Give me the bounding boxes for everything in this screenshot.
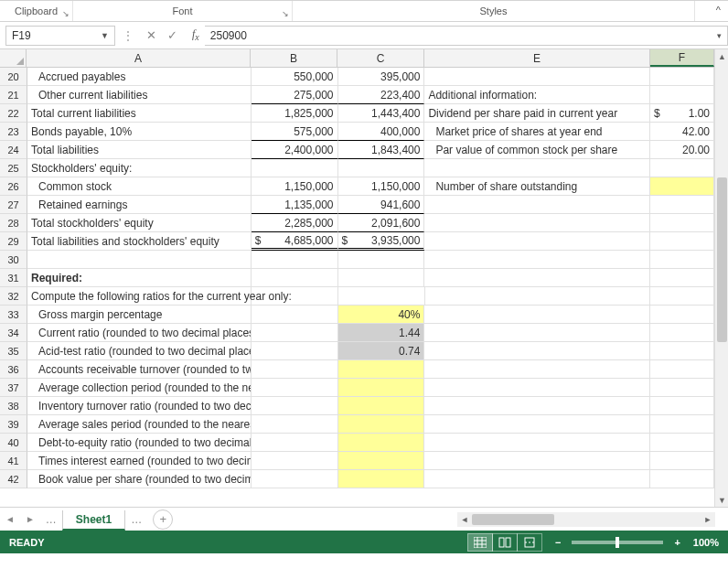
cell[interactable]: Average sales period (rounded to the nea… [27, 415, 252, 434]
cell[interactable]: Accrued payables [27, 68, 252, 86]
col-header-C[interactable]: C [337, 49, 424, 67]
cell[interactable]: Retained earnings [27, 196, 252, 214]
view-normal-button[interactable] [467, 533, 493, 552]
row-header[interactable]: 28 [0, 214, 27, 232]
chevron-down-icon[interactable]: ▼ [101, 31, 109, 40]
cell[interactable]: 550,000 [252, 68, 338, 86]
cell[interactable] [338, 434, 425, 452]
cell[interactable]: 42.00 [650, 123, 714, 141]
cell[interactable]: 1,135,000 [252, 196, 338, 214]
zoom-out-button[interactable]: − [551, 537, 564, 548]
tab-nav-prev-icon[interactable]: ◄ [0, 514, 20, 524]
cell[interactable] [338, 452, 425, 470]
cell[interactable] [650, 434, 714, 452]
cell[interactable]: Dividend per share paid in current year [424, 104, 650, 123]
cell[interactable] [338, 470, 425, 488]
cell[interactable]: 400,000 [338, 123, 425, 141]
col-header-F[interactable]: F [650, 49, 714, 67]
cell[interactable] [424, 251, 650, 269]
name-box-splitter[interactable]: ⋮ [123, 29, 134, 42]
cell[interactable] [252, 434, 338, 452]
cell[interactable] [650, 415, 714, 434]
cell[interactable] [252, 360, 338, 379]
row-header[interactable]: 27 [0, 196, 27, 214]
cell[interactable] [650, 86, 714, 104]
cell[interactable] [650, 397, 714, 415]
cell[interactable]: Other current liabilities [27, 86, 252, 104]
cell[interactable]: 2,400,000 [252, 141, 338, 159]
cancel-formula-icon[interactable]: ✕ [146, 28, 156, 42]
cell[interactable]: Par value of common stock per share [424, 141, 650, 159]
dialog-launcher-icon[interactable]: ↘ [62, 9, 70, 18]
cell[interactable] [424, 415, 650, 434]
row-header[interactable]: 23 [0, 123, 27, 141]
cell[interactable] [424, 452, 650, 470]
row-header[interactable]: 33 [0, 306, 27, 324]
cell[interactable]: 1,443,400 [338, 104, 425, 123]
cell[interactable] [338, 251, 425, 269]
row-header[interactable]: 26 [0, 177, 27, 196]
sheet-tab-active[interactable]: Sheet1 [62, 510, 125, 531]
cell[interactable] [650, 470, 714, 488]
zoom-level[interactable]: 100% [693, 537, 719, 548]
cell[interactable]: Total stockholders' equity [27, 214, 252, 232]
cell[interactable] [338, 360, 425, 379]
cell[interactable] [650, 287, 714, 306]
cell[interactable]: 1,150,000 [252, 177, 338, 196]
cell[interactable] [650, 324, 714, 342]
cell[interactable]: $1.00 [650, 104, 714, 123]
cell[interactable] [338, 159, 425, 177]
row-header[interactable]: 21 [0, 86, 27, 104]
cell[interactable] [338, 397, 425, 415]
cell[interactable]: Bonds payable, 10% [27, 123, 252, 141]
cell[interactable] [338, 287, 425, 306]
zoom-slider[interactable] [572, 541, 663, 544]
cell[interactable] [424, 306, 650, 324]
cell[interactable]: Gross margin percentage [27, 306, 252, 324]
cell[interactable]: Additional information: [424, 86, 650, 104]
cell[interactable] [252, 342, 338, 360]
row-header[interactable]: 37 [0, 379, 27, 397]
cell[interactable]: 40% [338, 306, 425, 324]
cell[interactable] [424, 434, 650, 452]
name-box[interactable]: F19 ▼ [5, 26, 115, 46]
horizontal-scrollbar[interactable]: ◄ ► [457, 512, 715, 527]
row-header[interactable]: 30 [0, 251, 27, 269]
cell[interactable]: Total liabilities [27, 141, 252, 159]
collapse-ribbon-icon[interactable]: ^ [716, 5, 721, 16]
col-header-E[interactable]: E [424, 49, 650, 67]
cell[interactable] [650, 306, 714, 324]
view-page-break-button[interactable] [517, 533, 542, 552]
cell[interactable] [650, 342, 714, 360]
cell[interactable] [424, 360, 650, 379]
new-sheet-button[interactable]: + [153, 509, 173, 530]
vertical-scrollbar[interactable]: ▲ ▼ [714, 49, 728, 507]
cell[interactable]: Book value per share (rounded to two dec… [27, 470, 252, 488]
cell[interactable]: Market price of shares at year end [424, 123, 650, 141]
cell[interactable] [650, 379, 714, 397]
cell[interactable]: 2,091,600 [338, 214, 425, 232]
enter-formula-icon[interactable]: ✓ [167, 28, 177, 42]
cell[interactable]: Acid-test ratio (rounded to two decimal … [27, 342, 252, 360]
cell[interactable] [252, 324, 338, 342]
cell[interactable] [338, 269, 425, 287]
cell[interactable]: 395,000 [338, 68, 425, 86]
cell[interactable] [424, 379, 650, 397]
cell[interactable]: Stockholders' equity: [27, 159, 252, 177]
cell[interactable]: $3,935,000 [338, 232, 425, 251]
cell[interactable]: Average collection period (rounded to th… [27, 379, 252, 397]
cell[interactable]: 20.00 [650, 141, 714, 159]
row-header[interactable]: 36 [0, 360, 27, 379]
cell[interactable] [252, 269, 338, 287]
cell[interactable] [424, 397, 650, 415]
cell[interactable] [338, 415, 425, 434]
cell[interactable]: Debt-to-equity ratio (rounded to two dec… [27, 434, 252, 452]
cell[interactable]: Required: [27, 269, 252, 287]
cell[interactable] [424, 196, 650, 214]
select-all-corner[interactable] [0, 49, 27, 68]
scroll-up-icon[interactable]: ▲ [715, 49, 728, 63]
row-header[interactable]: 41 [0, 452, 27, 470]
cell[interactable] [650, 214, 714, 232]
scroll-right-icon[interactable]: ► [701, 512, 715, 527]
cell[interactable]: 1,150,000 [338, 177, 425, 196]
